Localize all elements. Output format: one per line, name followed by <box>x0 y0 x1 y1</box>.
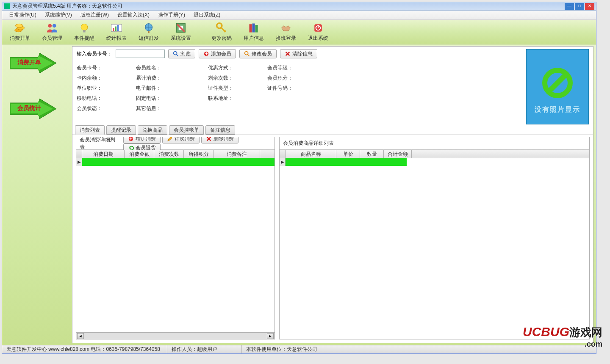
col-header[interactable]: 商品名称 <box>286 150 336 158</box>
toolbar-chart[interactable]: 统计报表 <box>100 21 133 44</box>
tool-label: 统计报表 <box>106 35 127 42</box>
toolbar-key[interactable]: 更改密码 <box>205 21 238 44</box>
clear-label: 清除信息 <box>292 50 313 58</box>
power-icon <box>312 22 324 34</box>
titlebar-text: 天意会员管理系统5.4版 用户名称：天意软件公司 <box>12 3 565 10</box>
tool-label: 更改密码 <box>211 35 232 42</box>
col-header[interactable]: 消费备注 <box>214 150 260 158</box>
coins-icon <box>14 22 26 34</box>
toolbar-globe[interactable]: 短信群发 <box>133 21 165 44</box>
close-button[interactable]: ✕ <box>585 3 594 10</box>
x-icon <box>285 51 291 57</box>
consume-detail-panel: 会员消费详细列表 增加消费计次消费删除消费会员退货 消费日期消费金额消费次数所得… <box>76 137 275 339</box>
svg-point-2 <box>16 24 23 28</box>
side-btn1-label: 消费开单 <box>17 59 41 66</box>
bulb-icon <box>78 22 90 34</box>
info-label: 会员积分： <box>267 74 293 82</box>
toolbar-handshake[interactable]: 换班登录 <box>270 21 302 44</box>
menubar: 日常操作(U) 系统维护(V) 版权注册(W) 设置输入法(X) 操作手册(Y)… <box>2 11 596 20</box>
col-header[interactable]: 合计金额 <box>384 150 412 158</box>
side-consume-button[interactable]: 消费开单 <box>10 53 64 73</box>
info-label: 会员姓名： <box>136 64 161 72</box>
right-panel-title: 会员消费商品详细列表 <box>283 140 334 147</box>
svg-rect-17 <box>252 24 255 33</box>
col-header[interactable]: 消费金额 <box>125 150 154 158</box>
card-number-input[interactable] <box>116 50 165 58</box>
pencil-icon <box>167 137 173 142</box>
tab-3[interactable]: 会员挂帐单 <box>169 125 204 135</box>
panel-plus-button[interactable]: 增加消费 <box>123 137 161 143</box>
edit-member-button[interactable]: 修改会员 <box>239 49 277 58</box>
tab-4[interactable]: 备注信息 <box>205 125 235 135</box>
toolbar-books[interactable]: 用户信息 <box>238 21 270 44</box>
col-header[interactable]: 单价 <box>336 150 360 158</box>
tab-2[interactable]: 兑换商品 <box>138 125 167 135</box>
info-label: 优惠方式： <box>208 64 233 72</box>
table-row[interactable]: ▶ <box>76 158 274 166</box>
menu-maintain[interactable]: 系统维护(V) <box>41 11 76 19</box>
info-label: 证件号码： <box>267 85 293 92</box>
tab-0[interactable]: 消费列表 <box>75 125 105 135</box>
tool-label: 换班登录 <box>276 35 296 42</box>
svg-rect-18 <box>255 25 258 33</box>
toolbar-power[interactable]: 退出系统 <box>302 21 334 44</box>
status-company: 天意软件开发中心 www.chle828.com 电话：0635-7987985… <box>2 345 167 353</box>
menu-daily[interactable]: 日常操作(U) <box>5 11 41 19</box>
menu-ime[interactable]: 设置输入法(X) <box>113 11 154 19</box>
scroll-left-icon[interactable]: ◄ <box>77 333 84 339</box>
info-label: 单位职业： <box>77 85 102 92</box>
tool-label: 消费开单 <box>10 35 30 42</box>
svg-line-32 <box>549 75 566 91</box>
info-label: 移动电话： <box>77 95 102 102</box>
svg-rect-16 <box>250 24 252 32</box>
tool-label: 用户信息 <box>244 35 264 42</box>
svg-rect-10 <box>117 25 119 31</box>
toolbar-tools[interactable]: 系统设置 <box>165 21 197 44</box>
chart-icon <box>111 22 122 34</box>
col-header[interactable]: 消费日期 <box>82 150 125 158</box>
statusbar: 天意软件开发中心 www.chle828.com 电话：0635-7987985… <box>2 345 596 353</box>
toolbar-bulb[interactable]: 事件提醒 <box>68 21 100 44</box>
toolbar-coins[interactable]: 消费开单 <box>4 21 36 44</box>
col-header[interactable]: 数量 <box>360 150 384 158</box>
tools-icon <box>175 22 187 34</box>
col-header[interactable]: 消费次数 <box>154 150 184 158</box>
browse-label: 浏览 <box>180 50 191 58</box>
maximize-button[interactable]: □ <box>575 3 584 10</box>
menu-register[interactable]: 版权注册(W) <box>76 11 113 19</box>
browse-button[interactable]: 浏览 <box>168 49 195 58</box>
clear-button[interactable]: 清除信息 <box>280 49 317 58</box>
toolbar-people[interactable]: 会员管理 <box>36 21 68 44</box>
tool-label: 事件提醒 <box>74 35 94 42</box>
svg-point-3 <box>48 24 52 28</box>
add-member-button[interactable]: 添加会员 <box>199 49 236 58</box>
panel-pencil-button[interactable]: 计次消费 <box>162 137 200 143</box>
info-label: 会员等级： <box>267 64 293 72</box>
left-grid-body[interactable]: ▶ <box>76 158 274 332</box>
svg-point-15 <box>217 23 222 28</box>
search-label: 输入会员卡号： <box>77 50 112 58</box>
side-btn2-label: 会员统计 <box>17 105 41 112</box>
menu-manual[interactable]: 操作手册(Y) <box>154 11 189 19</box>
side-stats-button[interactable]: 会员统计 <box>10 99 64 119</box>
svg-point-26 <box>174 52 177 55</box>
minimize-button[interactable]: — <box>565 3 574 10</box>
right-grid-body[interactable]: ▶ <box>280 158 589 339</box>
add-label: 添加会员 <box>211 50 231 58</box>
col-header[interactable]: 所得积分 <box>184 150 214 158</box>
x-icon <box>206 137 212 142</box>
left-panel-title: 会员消费详细列表 <box>80 137 118 151</box>
menu-exit[interactable]: 退出系统(Z) <box>189 11 225 19</box>
titlebar: 天意会员管理系统5.4版 用户名称：天意软件公司 — □ ✕ <box>2 2 596 11</box>
svg-line-27 <box>177 55 178 56</box>
left-scrollbar[interactable]: ◄ ► <box>76 332 274 339</box>
toolbar: 消费开单会员管理事件提醒统计报表短信群发系统设置更改密码用户信息换班登录退出系统 <box>2 20 596 44</box>
tab-1[interactable]: 提醒记录 <box>106 125 136 135</box>
key-icon <box>216 22 227 34</box>
svg-rect-8 <box>113 28 114 31</box>
svg-point-29 <box>245 52 248 55</box>
info-label: 固定电话： <box>136 95 161 102</box>
panel-x-button[interactable]: 删除消费 <box>201 137 238 143</box>
scroll-right-icon[interactable]: ► <box>267 333 274 339</box>
table-row[interactable]: ▶ <box>280 158 407 166</box>
